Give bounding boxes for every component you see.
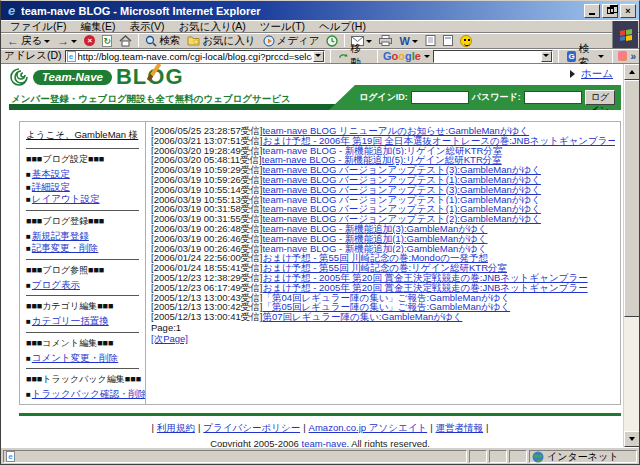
- sidebar-link[interactable]: 詳細設定: [32, 181, 70, 192]
- entry-row: [2006/03/19 10:55:14受信]team-nave BLOG バー…: [151, 185, 615, 195]
- next-page-link[interactable]: [次Page]: [151, 333, 188, 344]
- sidebar-item-comment-edit-delete[interactable]: ■コメント変更・削除: [26, 352, 139, 365]
- edit-word-button[interactable]: W: [396, 33, 420, 48]
- sidebar-item-detail-settings[interactable]: ■詳細設定: [26, 181, 139, 194]
- sidebar-item-layout-settings[interactable]: ■レイアウト設定: [26, 193, 139, 206]
- terms-link[interactable]: 利用規約: [157, 422, 195, 433]
- entry-link[interactable]: おまけ予想 - 第55回 川崎記念の巻:Mondoの一発予想: [262, 253, 487, 263]
- entry-row: [2006/03/19 00:31:58受信]team-nave BLOG バー…: [151, 204, 615, 214]
- google-history-dropdown[interactable]: [541, 51, 552, 62]
- scroll-down-button[interactable]: [624, 431, 639, 447]
- stop-button[interactable]: ×: [81, 33, 98, 48]
- entry-link[interactable]: team-nave BLOG バージョンアップテスト(1):GambleManが…: [262, 204, 540, 214]
- scroll-up-button[interactable]: [624, 64, 639, 80]
- entry-link[interactable]: おまけ予想 - 2006年 第19回 全日本選抜オートレースの巻:JNBネットギ…: [262, 136, 615, 146]
- chevron-down-icon: [315, 54, 321, 60]
- sidebar-item-new-entry[interactable]: ■新規記事登録: [26, 230, 139, 243]
- menu-view[interactable]: 表示(V): [122, 20, 171, 33]
- sidebar-link[interactable]: コメント変更・削除: [32, 352, 118, 363]
- address-input[interactable]: [77, 51, 313, 62]
- entry-link[interactable]: team-nave BLOG - 新機能追加(2):GambleManがゆく: [262, 244, 487, 254]
- team-nave-link[interactable]: team-nave: [302, 438, 347, 447]
- sidebar-item-blog-display[interactable]: ■ブログ表示: [26, 279, 139, 292]
- messenger-button[interactable]: [457, 33, 475, 48]
- entry-row: [2006/01/24 22:56:00受信]おまけ予想 - 第55回 川崎記念…: [151, 253, 615, 263]
- login-button[interactable]: ログイン: [585, 90, 615, 105]
- square-bullet-icon: ■: [26, 317, 31, 326]
- vertical-scrollbar[interactable]: [623, 64, 639, 447]
- highlighter-icon[interactable]: [618, 51, 627, 61]
- sidebar-link[interactable]: ブログ表示: [32, 279, 80, 290]
- menu-help[interactable]: ヘルプ(H): [312, 20, 373, 33]
- blog-letter-g: G: [165, 66, 183, 88]
- scrollbar-thumb[interactable]: [624, 80, 639, 317]
- discuss-button[interactable]: [422, 33, 439, 48]
- entry-link[interactable]: team-nave BLOG バージョンアップテスト(1):GambleManが…: [262, 175, 540, 185]
- entry-link[interactable]: team-nave BLOG バージョンアップテスト(3):GambleManが…: [262, 165, 540, 175]
- entry-link[interactable]: おまけ予想 - 2005年 第20回 賞金王決定戦競走の巻:JNBネットギャンブ…: [262, 283, 587, 293]
- home-button[interactable]: [116, 33, 135, 48]
- entry-link[interactable]: おまけ予想 - 第55回 川崎記念の巻:リゲイン総研KTR分室: [262, 263, 507, 273]
- address-dropdown-button[interactable]: [313, 51, 324, 62]
- sidebar-link[interactable]: カテゴリ一括置換: [32, 315, 109, 326]
- menu-tools[interactable]: ツール(T): [253, 20, 312, 33]
- home-link[interactable]: ホーム: [570, 67, 613, 81]
- entry-link[interactable]: team-nave BLOG バージョンアップテスト(3):GambleManが…: [262, 185, 540, 195]
- entry-link[interactable]: team-nave BLOG - 新機能追加(1):GambleManがゆく: [262, 234, 487, 244]
- entry-link[interactable]: 「第04回レギュラー陣の集い」ご報告:GambleManがゆく: [262, 293, 510, 303]
- entry-link[interactable]: 「第05回レギュラー陣の集い」ご報告:GambleManがゆく: [262, 302, 510, 312]
- login-id-input[interactable]: [411, 91, 469, 104]
- close-button[interactable]: ×: [620, 4, 636, 18]
- entry-row: [2006/03/20 05:48:11受信]team-nave BLOG - …: [151, 155, 615, 165]
- forward-button[interactable]: →: [54, 33, 80, 48]
- toolbar-overflow-chevron[interactable]: »: [630, 51, 636, 62]
- back-dropdown-icon[interactable]: [44, 40, 50, 46]
- operator-info-link[interactable]: 運営者情報: [436, 422, 484, 433]
- square-bullet-icon: ■: [26, 183, 31, 192]
- entry-row: [2005/12/23 12:38:29受信]おまけ予想 - 2005年 第20…: [151, 273, 615, 283]
- back-arrow-icon: ←: [7, 35, 19, 47]
- document-button[interactable]: [440, 33, 456, 48]
- back-button[interactable]: ← 戻る: [4, 33, 53, 48]
- restore-button[interactable]: [602, 4, 618, 18]
- sidebar-link[interactable]: トラックバック確認・削除: [32, 388, 146, 399]
- sidebar-link[interactable]: 記事変更・削除: [32, 242, 99, 253]
- print-button[interactable]: [376, 33, 395, 48]
- entry-link[interactable]: team-nave BLOG バージョンアップテスト(1):GambleManが…: [262, 195, 540, 205]
- google-logo[interactable]: Google: [383, 50, 421, 62]
- edit-dropdown-icon[interactable]: [412, 40, 418, 46]
- entry-link[interactable]: team-nave BLOG - 新機能追加(5):リゲイン総研KTR分室: [262, 155, 502, 165]
- menu-favorites[interactable]: お気に入り(A): [171, 20, 252, 33]
- menu-edit[interactable]: 編集(E): [73, 20, 122, 33]
- media-button[interactable]: メディア: [260, 33, 323, 48]
- sidebar-item-edit-delete-entry[interactable]: ■記事変更・削除: [26, 242, 139, 255]
- entry-link[interactable]: team-nave BLOG - 新機能追加(3):GambleManがゆく: [262, 224, 487, 234]
- privacy-link[interactable]: プライバシーポリシー: [203, 422, 300, 433]
- sidebar-link[interactable]: レイアウト設定: [32, 193, 100, 204]
- entry-link[interactable]: team-nave BLOG リニューアルのお知らせ:GambleManがゆく: [262, 126, 529, 136]
- menu-file[interactable]: ファイル(F): [3, 20, 73, 33]
- sidebar-item-category-replace[interactable]: ■カテゴリ一括置換: [26, 315, 139, 328]
- google-search-dropdown-icon[interactable]: [598, 55, 604, 61]
- window-title: team-nave BLOG - Microsoft Internet Expl…: [21, 5, 584, 17]
- entry-link[interactable]: team-nave BLOG - 新機能追加(5):リゲイン総研KTR分室: [262, 146, 502, 156]
- sidebar-item-trackback-confirm-delete[interactable]: ■トラックバック確認・削除: [26, 388, 139, 401]
- password-input[interactable]: [524, 91, 582, 104]
- favorites-button[interactable]: お気に入り: [184, 33, 258, 48]
- entry-link[interactable]: おまけ予想 - 2005年 第20回 賞金王決定戦競走の巻:JNBネットギャンブ…: [262, 273, 587, 283]
- entry-row: [2005/12/23 06:17:49受信]おまけ予想 - 2005年 第20…: [151, 283, 615, 293]
- minimize-button[interactable]: [584, 4, 600, 18]
- home-link-label[interactable]: ホーム: [581, 67, 613, 81]
- sidebar-link[interactable]: 基本設定: [32, 168, 70, 179]
- internet-globe-icon: [532, 451, 544, 463]
- search-button[interactable]: 検索: [142, 33, 183, 48]
- sidebar-item-basic-settings[interactable]: ■基本設定: [26, 168, 139, 181]
- google-search-input[interactable]: [434, 51, 541, 62]
- refresh-button[interactable]: ↻: [99, 33, 115, 48]
- entry-link[interactable]: 第07回レギュラー陣の集い:GambleManがゆく: [262, 312, 462, 322]
- entry-link[interactable]: team-nave BLOG バージョンアップテスト(2):GambleManが…: [262, 214, 540, 224]
- google-dropdown-icon[interactable]: [424, 55, 430, 61]
- sidebar-link[interactable]: 新規記事登録: [32, 230, 89, 241]
- amazon-associate-link[interactable]: Amazon.co.jp アソシエイト: [309, 422, 428, 433]
- forward-dropdown-icon[interactable]: [71, 40, 77, 46]
